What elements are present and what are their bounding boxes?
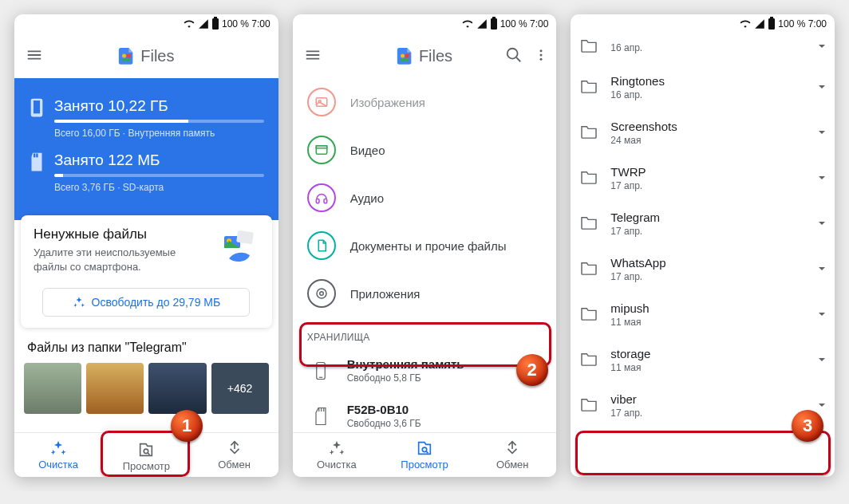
folder-date: 17 апр. bbox=[610, 408, 804, 419]
free-up-button[interactable]: Освободить до 29,79 МБ bbox=[42, 288, 250, 317]
sd-title: F52B-0B10 bbox=[347, 403, 421, 416]
chevron-down-icon[interactable] bbox=[817, 399, 827, 412]
svg-rect-20 bbox=[316, 146, 327, 155]
category-audio[interactable]: Аудио bbox=[293, 174, 557, 222]
folder-date: 11 мая bbox=[610, 362, 804, 373]
callout-badge-2: 2 bbox=[516, 354, 548, 386]
folder-list: 16 апр.Ringtones16 апр.Screenshots24 мая… bbox=[571, 29, 835, 477]
document-icon bbox=[314, 238, 329, 253]
thumbnail[interactable] bbox=[148, 363, 206, 414]
sd-storage[interactable]: Занято 122 МБ Всего 3,76 ГБ · SD-карта bbox=[29, 152, 264, 193]
folder-row[interactable]: mipush11 мая bbox=[571, 292, 835, 337]
thumbnail[interactable] bbox=[86, 363, 144, 414]
folder-date: 17 апр. bbox=[610, 226, 804, 237]
battery-icon bbox=[212, 18, 219, 30]
wifi-icon bbox=[740, 18, 751, 30]
svg-rect-13 bbox=[405, 54, 409, 58]
menu-icon[interactable] bbox=[304, 46, 322, 66]
menu-icon[interactable] bbox=[26, 46, 43, 66]
internal-storage[interactable]: Занято 10,22 ГБ Всего 16,00 ГБ · Внутрен… bbox=[29, 97, 264, 139]
status-bar: 100 % 7:00 bbox=[14, 14, 278, 33]
folder-row[interactable]: TWRP17 апр. bbox=[571, 156, 835, 201]
signal-icon bbox=[198, 18, 209, 30]
svg-point-15 bbox=[540, 49, 543, 52]
internal-title: Занято 10,22 ГБ bbox=[54, 97, 264, 115]
chevron-down-icon[interactable] bbox=[817, 40, 827, 53]
svg-rect-9 bbox=[236, 230, 254, 245]
chevron-down-icon[interactable] bbox=[817, 262, 827, 276]
category-video[interactable]: Видео bbox=[293, 126, 557, 174]
signal-icon bbox=[754, 18, 765, 30]
folder-date: 16 апр. bbox=[610, 42, 804, 53]
chevron-down-icon[interactable] bbox=[817, 81, 827, 94]
folder-row[interactable]: Telegram17 апр. bbox=[571, 201, 835, 246]
status-text: 100 % 7:00 bbox=[222, 18, 270, 30]
storage-card: Занято 10,22 ГБ Всего 16,00 ГБ · Внутрен… bbox=[14, 78, 278, 220]
svg-rect-12 bbox=[401, 58, 409, 61]
folder-icon bbox=[580, 170, 598, 187]
battery-icon bbox=[491, 18, 497, 30]
folder-icon bbox=[580, 352, 598, 368]
chevron-down-icon[interactable] bbox=[817, 217, 827, 230]
folder-icon bbox=[580, 215, 598, 232]
nav-browse[interactable]: Просмотр bbox=[381, 433, 468, 477]
folder-icon bbox=[580, 38, 598, 55]
image-icon bbox=[314, 95, 329, 109]
search-icon[interactable] bbox=[505, 46, 523, 66]
apps-icon bbox=[314, 286, 329, 301]
folder-row[interactable]: WhatsApp17 апр. bbox=[571, 246, 835, 292]
category-images[interactable]: Изображения bbox=[293, 78, 557, 126]
folder-icon bbox=[580, 79, 598, 96]
nav-clean[interactable]: Очистка bbox=[293, 433, 381, 477]
recent-section-title: Файлы из папки "Telegram" bbox=[14, 328, 278, 363]
svg-point-14 bbox=[507, 48, 518, 58]
wifi-icon bbox=[462, 18, 473, 30]
svg-point-25 bbox=[319, 292, 323, 296]
battery-icon bbox=[768, 18, 775, 30]
chevron-down-icon[interactable] bbox=[817, 353, 827, 367]
folder-row[interactable]: Ringtones16 апр. bbox=[571, 65, 835, 110]
svg-rect-5 bbox=[34, 153, 35, 157]
chevron-down-icon[interactable] bbox=[817, 171, 827, 185]
folder-name: Ringtones bbox=[610, 74, 804, 88]
category-docs[interactable]: Документы и прочие файлы bbox=[293, 222, 557, 270]
more-icon[interactable] bbox=[534, 46, 548, 66]
folder-name: mipush bbox=[610, 301, 804, 315]
nav-share[interactable]: Обмен bbox=[190, 433, 278, 477]
signal-icon bbox=[476, 18, 488, 30]
highlight-3 bbox=[575, 431, 831, 475]
nav-share[interactable]: Обмен bbox=[468, 433, 556, 477]
folder-row[interactable]: Screenshots24 мая bbox=[571, 110, 835, 156]
svg-point-11 bbox=[401, 54, 405, 58]
status-text: 100 % 7:00 bbox=[778, 18, 827, 30]
folder-row[interactable]: 16 апр. bbox=[571, 29, 835, 65]
thumbnail[interactable] bbox=[24, 363, 81, 414]
category-apps[interactable]: Приложения bbox=[293, 270, 557, 317]
svg-rect-2 bbox=[127, 54, 131, 58]
svg-point-16 bbox=[540, 53, 543, 56]
sd-sub: Свободно 3,6 ГБ bbox=[347, 418, 421, 429]
share-icon bbox=[226, 439, 243, 457]
chevron-down-icon[interactable] bbox=[817, 308, 827, 321]
folder-icon bbox=[580, 124, 598, 141]
nav-clean[interactable]: Очистка bbox=[14, 433, 102, 477]
sd-bar bbox=[54, 174, 264, 177]
chevron-down-icon[interactable] bbox=[817, 126, 827, 140]
svg-point-0 bbox=[122, 54, 126, 58]
folder-date: 24 мая bbox=[610, 135, 804, 146]
svg-point-24 bbox=[317, 289, 326, 298]
thumbnail-more[interactable]: +462 bbox=[211, 363, 269, 414]
video-icon bbox=[314, 143, 329, 157]
folder-name: Screenshots bbox=[610, 120, 804, 133]
folder-date: 17 апр. bbox=[610, 271, 804, 282]
svg-rect-1 bbox=[122, 58, 130, 61]
folder-icon bbox=[580, 397, 598, 414]
callout-badge-1: 1 bbox=[171, 410, 203, 442]
folder-row[interactable]: storage11 мая bbox=[571, 337, 835, 383]
files-logo-icon bbox=[397, 46, 413, 65]
folder-icon bbox=[580, 306, 598, 323]
svg-rect-21 bbox=[316, 146, 327, 148]
svg-point-17 bbox=[540, 57, 543, 60]
svg-rect-23 bbox=[324, 199, 327, 203]
folder-name: WhatsApp bbox=[610, 256, 804, 270]
